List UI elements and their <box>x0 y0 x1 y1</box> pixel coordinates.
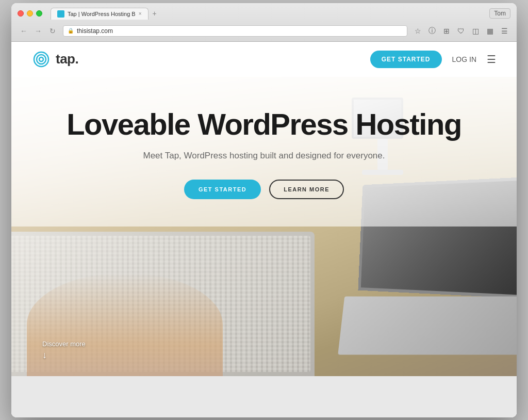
site-logo: tap. <box>32 50 78 69</box>
bookmark-icon[interactable]: ☆ <box>411 25 424 37</box>
hero-buttons: GET STARTED LEARN MORE <box>32 180 496 199</box>
back-button[interactable]: ← <box>18 25 30 37</box>
browser-chrome: Tap | WordPress Hosting B × + Tom ← → ↻ <box>11 3 517 42</box>
svg-point-1 <box>37 55 46 64</box>
nav-login-link[interactable]: LOG IN <box>452 55 476 63</box>
forward-button[interactable]: → <box>32 25 44 37</box>
back-icon: ← <box>20 27 27 35</box>
browser-titlebar: Tap | WordPress Hosting B × + Tom <box>11 3 517 23</box>
pocket-icon[interactable]: ◫ <box>469 25 482 37</box>
address-bar[interactable]: 🔒 thisistap.com <box>63 25 407 37</box>
reload-button[interactable]: ↻ <box>46 25 59 37</box>
nav-get-started-button[interactable]: GET STARTED <box>370 51 442 68</box>
hero-get-started-button[interactable]: GET STARTED <box>184 180 261 199</box>
maximize-button[interactable] <box>36 10 42 17</box>
browser-actions: ☆ ⓘ ⊞ 🛡 ◫ ▦ ☰ <box>411 25 510 37</box>
forward-icon: → <box>35 27 42 35</box>
hands-decoration <box>27 273 223 376</box>
hamburger-menu-icon[interactable]: ☰ <box>487 54 496 64</box>
browser-addressbar: ← → ↻ 🔒 thisistap.com ☆ ⓘ ⊞ 🛡 ◫ ▦ <box>11 23 517 41</box>
discover-arrow-icon: ↓ <box>42 350 47 361</box>
traffic-lights <box>18 10 42 17</box>
nav-buttons: ← → ↻ <box>18 25 59 37</box>
hero-section: Loveable WordPress Hosting Meet Tap, Wor… <box>11 77 517 376</box>
extensions-icon[interactable]: ▦ <box>484 25 496 37</box>
tab-title: Tap | WordPress Hosting B <box>68 11 136 17</box>
reload-icon: ↻ <box>50 27 56 35</box>
layers-icon[interactable]: ⊞ <box>440 25 453 37</box>
info-icon[interactable]: ⓘ <box>426 25 438 37</box>
website-content: tap. GET STARTED LOG IN ☰ <box>11 42 517 417</box>
logo-icon <box>32 50 51 69</box>
url-text: thisistap.com <box>77 27 113 35</box>
site-navigation: tap. GET STARTED LOG IN ☰ <box>11 42 517 77</box>
hero-subheadline: Meet Tap, WordPress hosting built and de… <box>32 151 496 161</box>
active-tab[interactable]: Tap | WordPress Hosting B × <box>51 8 148 20</box>
hero-learn-more-button[interactable]: LEARN MORE <box>269 180 344 199</box>
site-bottom <box>11 376 517 417</box>
hero-headline: Loveable WordPress Hosting <box>32 108 496 141</box>
svg-point-2 <box>39 57 43 61</box>
browser-user: Tom <box>489 8 510 19</box>
laptop-base <box>338 296 517 354</box>
shield-icon[interactable]: 🛡 <box>455 25 467 37</box>
new-tab-button[interactable]: + <box>148 7 161 20</box>
discover-more-link[interactable]: Discover more ↓ <box>42 340 86 361</box>
tab-close-icon[interactable]: × <box>139 11 142 17</box>
logo-text: tap. <box>56 51 78 67</box>
close-button[interactable] <box>18 10 24 17</box>
minimize-button[interactable] <box>27 10 33 17</box>
discover-more-label: Discover more <box>42 340 86 348</box>
hero-content: Loveable WordPress Hosting Meet Tap, Wor… <box>11 77 517 220</box>
browser-tabs: Tap | WordPress Hosting B × + <box>51 7 485 20</box>
nav-right: GET STARTED LOG IN ☰ <box>370 51 496 68</box>
menu-icon[interactable]: ☰ <box>498 25 510 37</box>
lock-icon: 🔒 <box>68 28 74 34</box>
browser-window: Tap | WordPress Hosting B × + Tom ← → ↻ <box>11 3 517 417</box>
tab-favicon <box>57 10 64 18</box>
